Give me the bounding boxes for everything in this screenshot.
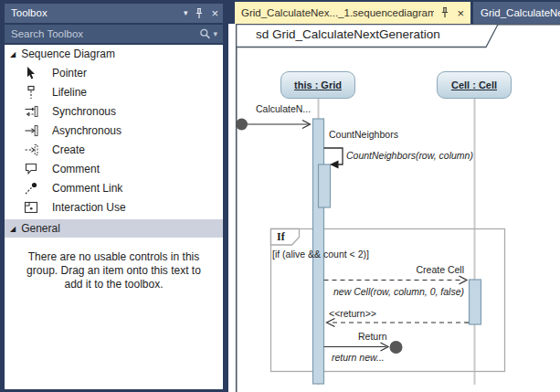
tab-sequencediagram-active[interactable]: Grid_CalculateNex..._1.sequencediagram* … bbox=[235, 2, 470, 24]
section-expanded-icon: ◢ bbox=[10, 50, 16, 58]
lifeline-icon bbox=[24, 85, 38, 100]
create-icon bbox=[24, 143, 38, 157]
label-lost-message-name[interactable]: Return bbox=[358, 331, 387, 342]
label-lost-message-signature[interactable]: return new... bbox=[332, 352, 385, 363]
search-options-caret-icon[interactable]: ▾ bbox=[213, 29, 217, 38]
label-found-message[interactable]: CalculateN... bbox=[256, 103, 311, 114]
label-self-message-name[interactable]: CountNeighbors bbox=[329, 129, 398, 140]
tab-label: Grid_CalculateNe bbox=[481, 7, 560, 18]
lost-message-endpoint[interactable] bbox=[390, 341, 403, 354]
fragment-guard-label[interactable]: [if (alive && count < 2)] bbox=[272, 249, 369, 260]
toolbox-item-asynchronous[interactable]: Asynchronous bbox=[5, 121, 223, 140]
ide-window: Toolbox ▾ × ▾ ◢Sequence Diagram bbox=[0, 0, 560, 392]
toolbox-section-general[interactable]: ◢General bbox=[5, 219, 223, 238]
tab-label: Grid_CalculateNex..._1.sequencediagram* bbox=[241, 7, 434, 18]
toolbox-search: ▾ bbox=[5, 25, 223, 43]
label-create-message-name[interactable]: Create Cell bbox=[416, 264, 464, 275]
message-create-cell[interactable] bbox=[324, 276, 468, 284]
message-return-stereotype[interactable] bbox=[327, 319, 470, 327]
toolbox-item-comment-link[interactable]: Comment Link bbox=[5, 178, 223, 197]
tab-grid-calculate-inactive[interactable]: Grid_CalculateNe bbox=[473, 2, 560, 24]
toolbox-item-synchronous[interactable]: Synchronous bbox=[5, 101, 223, 121]
label-create-message-signature[interactable]: new Cell(row, column, 0, false) bbox=[333, 286, 464, 297]
fragment-operator-label[interactable]: If bbox=[277, 230, 285, 244]
document-tab-bar: Grid_CalculateNex..._1.sequencediagram* … bbox=[228, 0, 560, 24]
pin-icon[interactable] bbox=[194, 7, 205, 20]
search-icon[interactable] bbox=[198, 27, 211, 40]
activation-cell[interactable] bbox=[470, 280, 481, 324]
toolbox-title-bar[interactable]: Toolbox ▾ × bbox=[5, 4, 223, 23]
window-menu-icon[interactable]: ▾ bbox=[184, 4, 188, 23]
tab-close-icon[interactable]: × bbox=[457, 7, 464, 19]
empty-group-help-text: There are no usable controls in this gro… bbox=[16, 250, 212, 291]
toolbox-item-lifeline[interactable]: Lifeline bbox=[5, 82, 223, 101]
toolbox-panel: Toolbox ▾ × ▾ ◢Sequence Diagram bbox=[0, 0, 228, 392]
activation-grid-nested[interactable] bbox=[319, 164, 331, 207]
diagram-canvas[interactable]: sd Grid_CalculateNextGeneration this : G… bbox=[228, 24, 560, 392]
toolbox-content: ◢Sequence Diagram Pointer Lifeline bbox=[5, 45, 223, 389]
comment-icon bbox=[24, 162, 38, 176]
toolbox-item-pointer[interactable]: Pointer bbox=[5, 63, 223, 82]
lifeline-head-cell-cell[interactable]: Cell : Cell bbox=[437, 71, 512, 99]
lifeline-head-this-grid[interactable]: this : Grid bbox=[280, 71, 355, 99]
label-return-stereotype[interactable]: <<return>> bbox=[329, 308, 376, 319]
section-expanded-icon: ◢ bbox=[10, 225, 16, 233]
asynchronous-icon bbox=[24, 123, 38, 138]
comment-link-icon bbox=[24, 181, 38, 196]
label-self-message-signature[interactable]: CountNeighbors(row, column) bbox=[346, 150, 473, 161]
toolbox-section-sequence-diagram[interactable]: ◢Sequence Diagram bbox=[5, 45, 223, 63]
search-input[interactable] bbox=[5, 28, 198, 39]
toolbox-item-create[interactable]: Create bbox=[5, 140, 223, 159]
document-editor: Grid_CalculateNex..._1.sequencediagram* … bbox=[228, 0, 560, 392]
toolbox-title: Toolbox bbox=[11, 7, 48, 18]
pointer-icon bbox=[24, 66, 38, 80]
toolbox-item-comment[interactable]: Comment bbox=[5, 159, 223, 178]
interaction-use-icon bbox=[24, 200, 38, 215]
fragment-operator-pentagon[interactable] bbox=[271, 229, 300, 246]
synchronous-icon bbox=[24, 104, 38, 119]
found-message-endpoint[interactable] bbox=[236, 119, 248, 131]
close-icon[interactable]: × bbox=[211, 7, 218, 19]
toolbox-item-interaction-use[interactable]: Interaction Use bbox=[5, 197, 223, 217]
message-found-calculate[interactable] bbox=[236, 119, 311, 131]
diagram-frame-title[interactable]: sd Grid_CalculateNextGeneration bbox=[256, 27, 440, 41]
tab-pin-icon[interactable] bbox=[439, 6, 450, 19]
